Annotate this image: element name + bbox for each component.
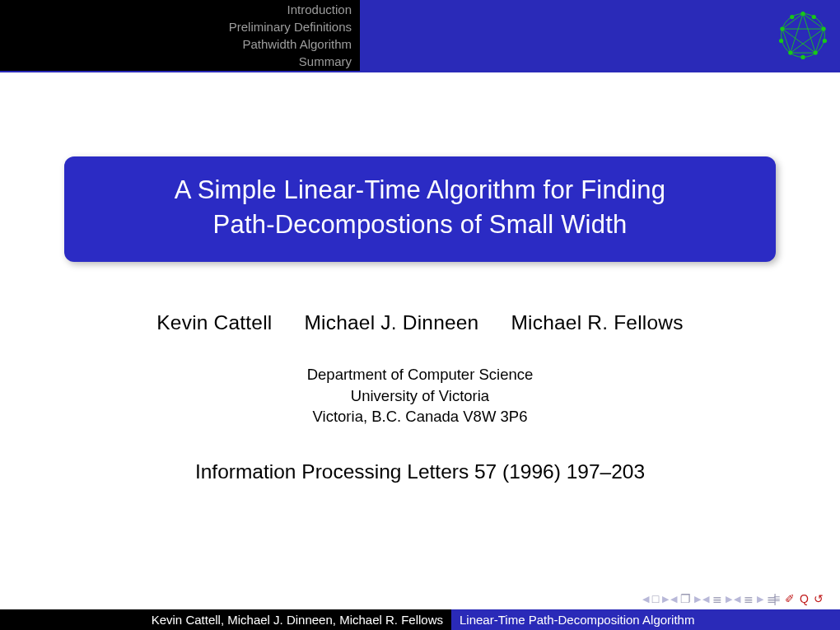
author: Kevin Cattell [156, 311, 272, 334]
journal-citation: Information Processing Letters 57 (1996)… [64, 460, 776, 483]
footer-authors: Kevin Cattell, Michael J. Dinneen, Micha… [0, 609, 451, 630]
affiliation: Department of Computer Science Universit… [64, 364, 776, 428]
svg-point-13 [814, 50, 818, 54]
footer-bar: Kevin Cattell, Michael J. Dinneen, Micha… [0, 609, 840, 630]
nav-prev-icon[interactable]: ◀ [642, 594, 649, 604]
header-underline [0, 71, 840, 72]
section-item[interactable]: Preliminary Definitions [229, 18, 352, 35]
svg-line-8 [782, 29, 815, 53]
nav-slide-icon[interactable]: □ [652, 592, 659, 605]
svg-point-0 [782, 14, 825, 58]
svg-point-20 [790, 15, 794, 19]
nav-back-icon[interactable]: ✐ [785, 592, 795, 605]
svg-point-19 [779, 39, 783, 43]
nav-next-icon[interactable]: ▶ [757, 594, 763, 604]
header-logo-area [360, 0, 840, 71]
header-sections: Introduction Preliminary Definitions Pat… [0, 0, 360, 71]
beamer-nav-symbols[interactable]: ◀ □ ▶ ◀ ❐ ▶ ◀ ≣ ▶ ◀ ≣ ▶ ≣|≡ ✐ Q ↺ [642, 592, 825, 605]
section-item[interactable]: Pathwidth Algorithm [242, 35, 352, 53]
authors: Kevin Cattell Michael J. Dinneen Michael… [64, 311, 776, 334]
affil-line: Department of Computer Science [64, 364, 776, 385]
nav-section-icon[interactable]: ≣ [712, 592, 722, 605]
svg-line-2 [803, 14, 815, 54]
nav-next-icon[interactable]: ▶ [694, 594, 701, 604]
svg-point-12 [821, 26, 825, 30]
svg-line-5 [791, 29, 824, 53]
title-box: A Simple Linear-Time Algorithm for Findi… [64, 156, 776, 262]
svg-point-18 [800, 55, 805, 59]
nav-prev-icon[interactable]: ◀ [734, 594, 740, 604]
affil-line: Victoria, B.C. Canada V8W 3P6 [64, 406, 776, 427]
svg-point-17 [823, 39, 827, 43]
nav-next-icon[interactable]: ▶ [662, 594, 669, 604]
svg-line-3 [791, 14, 803, 54]
section-item[interactable]: Introduction [287, 1, 352, 18]
author: Michael R. Fellows [511, 311, 683, 334]
title-line: A Simple Linear-Time Algorithm for Findi… [72, 173, 768, 208]
svg-point-14 [788, 50, 792, 54]
header-bar: Introduction Preliminary Definitions Pat… [0, 0, 840, 71]
svg-point-11 [800, 12, 805, 16]
nav-search-icon[interactable]: Q [800, 592, 809, 605]
nav-subsection-icon[interactable]: ≣ [744, 592, 754, 605]
nav-next-icon[interactable]: ▶ [726, 594, 732, 604]
title-line: Path-Decompostions of Small Width [72, 208, 768, 242]
graph-icon [776, 8, 830, 63]
affil-line: University of Victoria [64, 385, 776, 407]
nav-goto-icon[interactable]: ↺ [814, 592, 824, 605]
nav-prev-icon[interactable]: ◀ [702, 594, 709, 604]
author: Michael J. Dinneen [304, 311, 478, 334]
svg-point-16 [812, 15, 816, 19]
svg-point-15 [780, 26, 784, 30]
slide-content: A Simple Linear-Time Algorithm for Findi… [0, 156, 840, 483]
footer-title: Linear-Time Path-Decomposition Algorithm [451, 609, 840, 630]
nav-prev-icon[interactable]: ◀ [670, 594, 677, 604]
section-item[interactable]: Summary [299, 53, 352, 70]
nav-presentation-icon[interactable]: ≣|≡ [767, 592, 777, 605]
nav-frame-icon[interactable]: ❐ [680, 592, 691, 605]
